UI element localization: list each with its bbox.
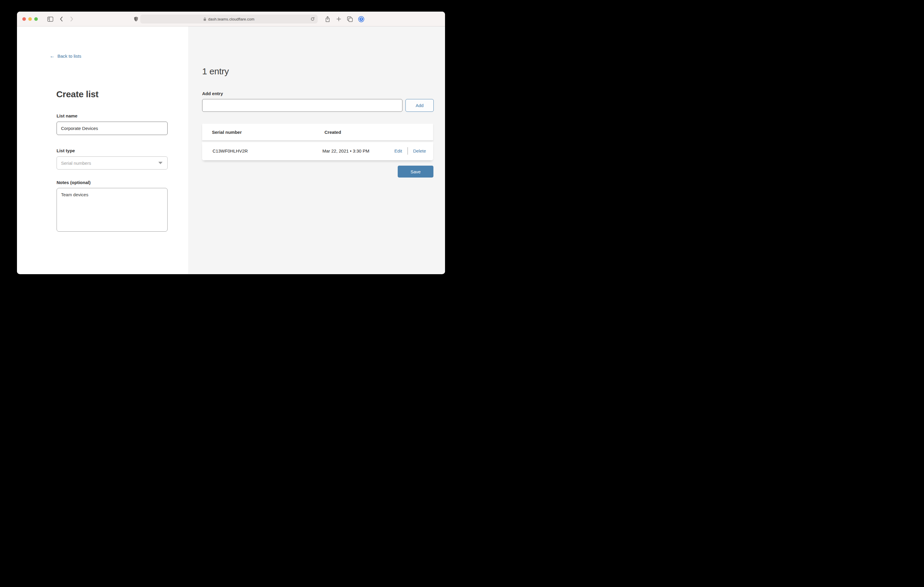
save-button[interactable]: Save [398, 166, 434, 178]
browser-window: dash.teams.cloudflare.com [17, 12, 445, 274]
browser-toolbar: dash.teams.cloudflare.com [17, 12, 445, 26]
share-icon [325, 16, 330, 22]
share-button[interactable] [325, 12, 330, 26]
lock-icon [203, 17, 206, 21]
url-bar[interactable]: dash.teams.cloudflare.com [140, 15, 318, 23]
actions-divider [408, 147, 408, 155]
chevron-down-icon [158, 162, 163, 164]
privacy-shield-button[interactable] [133, 12, 139, 26]
table-header: Serial number Created [202, 124, 433, 141]
onepassword-button[interactable] [358, 12, 365, 26]
entries-count-title: 1 entry [202, 66, 229, 76]
page-title: Create list [56, 89, 99, 99]
zoom-window-button[interactable] [34, 17, 38, 21]
list-type-select[interactable]: Serial numbers [56, 156, 168, 169]
shield-icon [134, 16, 138, 22]
add-entry-input[interactable] [202, 99, 403, 112]
back-to-lists-link[interactable]: ← Back to lists [50, 54, 81, 59]
add-button[interactable]: Add [406, 99, 434, 112]
sidebar-icon [47, 16, 53, 22]
refresh-button[interactable] [309, 16, 316, 22]
chevron-right-icon [70, 16, 74, 22]
page-content: ← Back to lists Create list List name Li… [17, 26, 445, 274]
entries-panel: 1 entry Add entry Add Serial number Crea… [188, 26, 445, 274]
list-type-label: List type [56, 148, 75, 153]
refresh-icon [310, 17, 315, 21]
column-header-created: Created [325, 124, 341, 140]
created-cell: Mar 22, 2021 • 3:30 PM [322, 141, 370, 160]
close-window-button[interactable] [22, 17, 26, 21]
window-controls [22, 17, 38, 21]
sidebar-toggle-button[interactable] [46, 12, 54, 26]
list-name-label: List name [56, 113, 78, 118]
serial-number-cell: C13WF0HLHV2R [213, 141, 248, 160]
notes-label: Notes (optional) [56, 180, 91, 185]
entries-table: Serial number Created C13WF0HLHV2R Mar 2… [202, 124, 433, 160]
list-name-input[interactable] [56, 122, 168, 135]
notes-textarea[interactable]: Team devices [56, 188, 168, 232]
delete-link[interactable]: Delete [413, 148, 426, 153]
list-type-selected-value: Serial numbers [61, 161, 91, 166]
tabs-overview-button[interactable] [346, 12, 353, 26]
back-button[interactable] [59, 12, 64, 26]
plus-icon [337, 16, 341, 21]
column-header-serial-number: Serial number [212, 124, 242, 140]
back-to-lists-label: Back to lists [58, 54, 81, 59]
forward-button[interactable] [69, 12, 74, 26]
create-list-panel: ← Back to lists Create list List name Li… [17, 26, 188, 274]
row-actions: Edit Delete [394, 141, 426, 160]
add-entry-label: Add entry [202, 91, 223, 96]
chevron-left-icon [59, 16, 63, 22]
url-text: dash.teams.cloudflare.com [208, 17, 254, 21]
table-row: C13WF0HLHV2R Mar 22, 2021 • 3:30 PM Edit… [202, 141, 433, 160]
back-arrow-icon: ← [50, 54, 55, 59]
new-tab-button[interactable] [336, 12, 342, 26]
tabs-overview-icon [347, 16, 353, 22]
minimize-window-button[interactable] [28, 17, 32, 21]
edit-link[interactable]: Edit [394, 148, 402, 153]
onepassword-icon [358, 16, 365, 22]
